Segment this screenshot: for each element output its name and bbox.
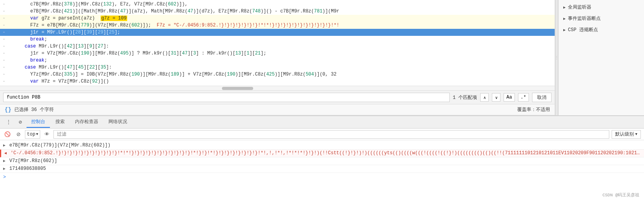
context-selector[interactable]: top ▼ xyxy=(25,130,40,139)
console-message-1: ▶ e7B[M9r.C8z(779)](V7z[M9r.R8z(602)]) xyxy=(0,142,644,150)
search-match-count: 1 个匹配项 xyxy=(453,94,477,101)
code-line-3: - var g7z = parseInt(a7z) g7z = 109 xyxy=(0,15,555,22)
line-dash-9: - xyxy=(0,58,8,63)
code-line-6: - break; xyxy=(0,36,555,43)
selected-chars-text: 已选择 36 个字符 xyxy=(14,106,54,113)
code-line-11: - Y7z[M9r.C8z(335)] = I0B(V7z[M9r.R8z(19… xyxy=(0,71,555,78)
code-panel: - c7B[M9r.R8z(378)](M9r.C8z(132), E7z, V… xyxy=(0,0,555,115)
console-message-2: ◀ 'C-/.0456:9:852.!}!}!}!}!}!}!}!}!}!}!}… xyxy=(0,150,644,157)
search-next-button[interactable]: ∨ xyxy=(492,93,500,102)
code-text-5: j1r = M9r.L9r()[28][39][29][25]; xyxy=(8,30,120,35)
code-text-6: break; xyxy=(8,37,47,42)
console-message-text-2: 'C-/.0456:9:852.!}!}!}!}!}!}!}!}!}!}!}!*… xyxy=(11,150,641,156)
horizontal-scrollbar[interactable] xyxy=(0,86,555,90)
line-dash-4: - xyxy=(0,23,8,28)
tab-network-status[interactable]: 网络状况 xyxy=(104,117,132,128)
line-dash-12: - xyxy=(0,79,8,84)
console-message-4: ▶ 1714898638805 xyxy=(0,165,644,173)
console-toolbar: 🚫 ⊘ top ▼ 👁 默认级别 ▼ xyxy=(0,129,644,140)
watermark: CSDN @码王吴彦祖 xyxy=(602,192,639,198)
vertical-resize-handle[interactable]: ⋮ xyxy=(555,0,558,115)
code-text-7: case M9r.L9r()[42][13][9][27]: xyxy=(8,44,109,49)
line-dash-10: - xyxy=(0,65,8,70)
scrollbar-thumb[interactable] xyxy=(222,87,253,90)
filter-toggle-button[interactable]: ⊘ xyxy=(14,130,23,139)
right-panel-item-2[interactable]: ▶ 事件监听器断点 xyxy=(563,14,639,23)
expand-icon-1[interactable]: ▶ xyxy=(3,143,5,148)
code-text-4: F7z = e7B[M9r.C8z(779)](V7z[M9r.R8z(602)… xyxy=(8,23,339,28)
right-panel-label-2: 事件监听器断点 xyxy=(568,15,601,22)
code-line-12: - var H7z = V7z[M9r.C8z(92)]() xyxy=(0,78,555,85)
tab-search[interactable]: 搜索 xyxy=(51,117,69,128)
coverage-text: 覆盖率：不适用 xyxy=(517,106,550,113)
code-line-4: - F7z = e7B[M9r.C8z(779)](V7z[M9r.R8z(60… xyxy=(0,22,555,29)
console-message-3: ▶ V7z[M9r.R8z(602)] xyxy=(0,157,644,165)
tab-console[interactable]: 控制台 xyxy=(27,117,50,128)
console-messages: ▶ e7B[M9r.C8z(779)](V7z[M9r.R8z(602)]) ◀… xyxy=(0,140,644,201)
regex-button[interactable]: .* xyxy=(518,93,529,102)
right-panel-label-3: CSP 违规断点 xyxy=(568,26,598,33)
console-message-text-3: V7z[M9r.R8z(602)] xyxy=(9,158,641,164)
line-dash-8: - xyxy=(0,51,8,56)
line-dash-11: - xyxy=(0,72,8,77)
line-dash-1: - xyxy=(0,2,8,7)
code-line-7: - case M9r.L9r()[42][13][9][27]: xyxy=(0,43,555,50)
expand-icon-3[interactable]: ▶ xyxy=(3,159,5,163)
log-level-button[interactable]: 默认级别 ▼ xyxy=(612,130,641,139)
code-line-10: - case M9r.L9r()[47][45][22][35]: xyxy=(0,64,555,71)
code-text-10: case M9r.L9r()[47][45][22][35]: xyxy=(8,65,112,70)
code-line-2: - e7B[M9r.C8z(421)]([Math[M9r.R8z(47)](a… xyxy=(0,8,555,15)
status-bar: {} 已选择 36 个字符 覆盖率：不适用 xyxy=(0,104,555,115)
code-text-2: e7B[M9r.C8z(421)]([Math[M9r.R8z(47)](a7z… xyxy=(8,9,339,14)
chevron-right-icon-2: ▶ xyxy=(563,16,566,21)
code-text-3: var g7z = parseInt(a7z) g7z = 109 xyxy=(8,16,127,21)
case-sensitive-button[interactable]: Aa xyxy=(504,93,514,102)
console-message-text-1: e7B[M9r.C8z(779)](V7z[M9r.R8z(602)]) xyxy=(9,143,641,148)
log-level-arrow: ▼ xyxy=(635,132,637,136)
devtools-menu-icon[interactable]: ⋮ xyxy=(3,117,14,128)
right-panel-label-1: 全局监听器 xyxy=(568,4,591,11)
line-dash-6: - xyxy=(0,37,8,42)
top-section: - c7B[M9r.R8z(378)](M9r.C8z(132), E7z, V… xyxy=(0,0,644,115)
code-line-5: - j1r = M9r.L9r()[28][39][29][25]; xyxy=(0,29,555,36)
dropdown-icon: ▼ xyxy=(36,132,38,136)
line-dash-3: - xyxy=(0,16,8,21)
right-panel-item-3[interactable]: ▶ CSP 违规断点 xyxy=(563,26,639,34)
log-level-label: 默认级别 xyxy=(615,131,634,138)
code-line-9: - break; xyxy=(0,57,555,64)
code-text-9: break; xyxy=(8,58,47,63)
line-dash-7: - xyxy=(0,44,8,49)
code-text-11: Y7z[M9r.C8z(335)] = I0B(V7z[M9r.R8z(190)… xyxy=(8,72,337,77)
search-prev-button[interactable]: ∧ xyxy=(480,93,489,102)
console-prompt: > xyxy=(0,173,644,182)
prompt-arrow-icon: > xyxy=(3,175,6,180)
search-input[interactable] xyxy=(3,93,450,102)
devtools-tabs: ⋮ ⊘ 控制台 搜索 内存检查器 网络状况 xyxy=(0,116,644,129)
chevron-right-icon-3: ▶ xyxy=(563,28,566,32)
code-line-1: - c7B[M9r.R8z(378)](M9r.C8z(132), E7z, V… xyxy=(0,1,555,8)
code-text-12: var H7z = V7z[M9r.C8z(92)]() xyxy=(8,79,109,84)
right-panel: ▶ 全局监听器 ▶ 事件监听器断点 ▶ CSP 违规断点 xyxy=(558,0,644,115)
bracket-icon: {} xyxy=(5,107,11,113)
console-filter-input[interactable] xyxy=(53,130,609,139)
code-line-8: - j1r = V7z[M9r.C8z(190)][M9r.R8z(495)] … xyxy=(0,50,555,57)
chevron-right-icon-1: ▶ xyxy=(563,5,566,10)
expand-icon-4[interactable]: ▶ xyxy=(3,166,5,171)
right-panel-item-1[interactable]: ▶ 全局监听器 xyxy=(563,3,639,11)
search-bar: 1 个匹配项 ∧ ∨ Aa .* 取消 xyxy=(0,90,555,104)
console-section: ⋮ ⊘ 控制台 搜索 内存检查器 网络状况 🚫 ⊘ top ▼ 👁 默认级别 ▼… xyxy=(0,115,644,201)
console-message-text-4: 1714898638805 xyxy=(9,166,641,171)
devtools-circle-icon[interactable]: ⊘ xyxy=(15,117,26,128)
tab-memory-inspector[interactable]: 内存检查器 xyxy=(70,117,103,128)
code-text-8: j1r = V7z[M9r.C8z(190)][M9r.R8z(495)] ? … xyxy=(8,51,266,56)
code-lines: - c7B[M9r.R8z(378)](M9r.C8z(132), E7z, V… xyxy=(0,0,555,86)
context-label: top xyxy=(27,132,35,137)
live-expressions-button[interactable]: 👁 xyxy=(43,130,51,139)
clear-console-button[interactable]: 🚫 xyxy=(3,130,12,139)
code-text-1: c7B[M9r.R8z(378)](M9r.C8z(132), E7z, V7z… xyxy=(8,2,188,7)
expand-icon-2[interactable]: ◀ xyxy=(4,151,7,155)
line-dash-2: - xyxy=(0,9,8,14)
line-dash-5: - xyxy=(0,30,8,35)
search-cancel-button[interactable]: 取消 xyxy=(532,93,552,102)
